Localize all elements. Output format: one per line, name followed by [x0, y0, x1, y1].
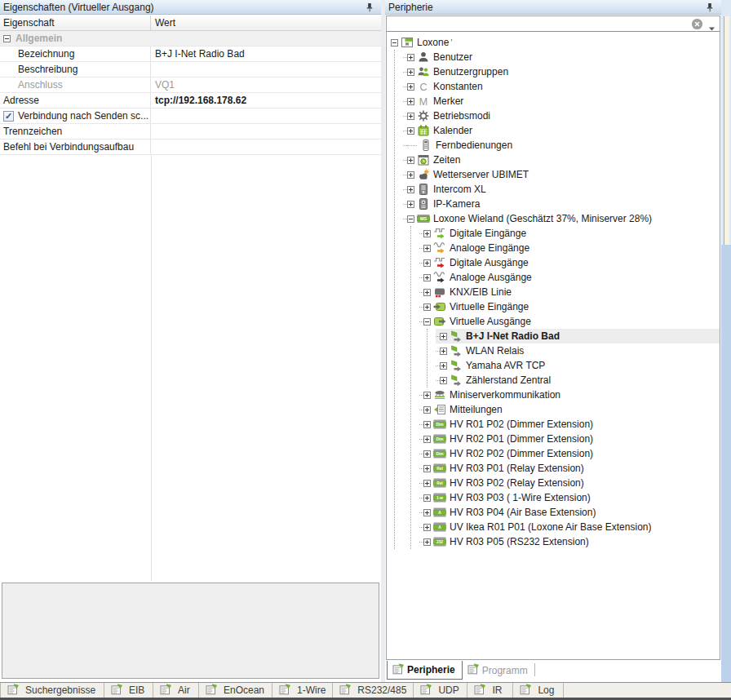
- tree-item[interactable]: Miniserverkommunikation: [419, 388, 720, 402]
- property-row[interactable]: AnschlussVQ1: [0, 78, 381, 93]
- tree-item[interactable]: 232HV R03 P05 (RS232 Extension): [419, 534, 720, 549]
- property-value[interactable]: [151, 124, 381, 139]
- panel-tab-programm[interactable]: Programm: [463, 661, 534, 680]
- dock-tab-suchergebnisse[interactable]: Suchergebnisse: [0, 683, 104, 698]
- expand-toggle[interactable]: [407, 113, 414, 120]
- column-property[interactable]: Eigenschaft: [0, 16, 151, 30]
- tree-item[interactable]: AHV R03 P04 (Air Base Extension): [419, 505, 720, 520]
- property-row[interactable]: Trennzeichen: [0, 124, 381, 140]
- expand-toggle[interactable]: [423, 392, 431, 399]
- expand-toggle[interactable]: [440, 333, 447, 340]
- collapse-toggle[interactable]: [3, 35, 11, 42]
- tree-item[interactable]: Virtuelle Ausgänge: [419, 314, 720, 329]
- tree-item[interactable]: Analoge Ausgänge: [419, 270, 720, 285]
- tree-item[interactable]: Benutzergruppen: [403, 64, 720, 79]
- expand-toggle[interactable]: [423, 524, 431, 531]
- property-value[interactable]: [151, 109, 381, 123]
- tree-item[interactable]: RelHV R03 P02 (Relay Extension): [419, 476, 720, 490]
- tree-item[interactable]: Benutzer: [403, 50, 720, 64]
- expand-toggle[interactable]: [407, 69, 414, 76]
- collapse-toggle[interactable]: [423, 318, 431, 326]
- dock-tab-eib[interactable]: EIB: [104, 683, 153, 698]
- expand-toggle[interactable]: [423, 450, 431, 458]
- checkbox[interactable]: ✓: [3, 111, 14, 122]
- collapse-toggle[interactable]: [391, 39, 398, 47]
- property-value[interactable]: [151, 140, 381, 154]
- tree-item[interactable]: CKonstanten: [403, 79, 720, 94]
- expand-toggle[interactable]: [440, 377, 447, 384]
- property-row[interactable]: BezeichnungB+J I-Net Radio Bad: [0, 47, 381, 62]
- expand-toggle[interactable]: [423, 303, 431, 311]
- collapse-toggle[interactable]: [407, 215, 414, 223]
- dock-tab-rs232-485[interactable]: RS232/485: [333, 683, 414, 698]
- dock-tab-air[interactable]: Air: [153, 683, 199, 698]
- expand-toggle[interactable]: [440, 362, 447, 370]
- expand-toggle[interactable]: [407, 186, 414, 193]
- tree-item[interactable]: 1-wHV R03 P03 ( 1-Wire Extension): [419, 490, 720, 505]
- property-value[interactable]: B+J I-Net Radio Bad: [151, 47, 381, 61]
- dock-tab-udp[interactable]: UDP: [414, 683, 467, 698]
- property-row[interactable]: Befehl bei Verbindungsaufbau: [0, 140, 381, 155]
- tree-item[interactable]: DimHV R02 P01 (Dimmer Extension): [419, 432, 720, 446]
- expand-toggle[interactable]: [423, 406, 431, 414]
- tree-item[interactable]: Analoge Eingänge: [419, 241, 720, 255]
- tree-item[interactable]: Digitale Eingänge: [419, 226, 720, 241]
- tree-item[interactable]: Virtuelle Eingänge: [419, 299, 720, 314]
- expand-toggle[interactable]: [423, 436, 431, 443]
- expand-toggle[interactable]: [407, 98, 414, 105]
- tree-item[interactable]: Yamaha AVR TCP: [436, 358, 720, 373]
- dock-tab-enocean[interactable]: EnOcean: [199, 683, 272, 698]
- tree-item[interactable]: MMerker: [403, 94, 720, 109]
- tree-item[interactable]: DimHV R02 P02 (Dimmer Extension): [419, 446, 720, 461]
- tree-item[interactable]: WLAN Relais: [436, 343, 720, 358]
- chevron-down-icon[interactable]: [708, 20, 716, 27]
- column-value[interactable]: Wert: [151, 17, 175, 29]
- property-value[interactable]: VQ1: [151, 78, 381, 92]
- tree-item[interactable]: Loxone': [391, 35, 720, 50]
- expand-toggle[interactable]: [440, 348, 447, 355]
- dock-tab-ir[interactable]: IR: [467, 683, 513, 698]
- tree-item[interactable]: AUV Ikea R01 P01 (Loxone Air Base Extens…: [419, 520, 720, 534]
- tree-item[interactable]: Intercom XL: [403, 182, 720, 197]
- expand-toggle[interactable]: [407, 157, 414, 164]
- tree-item[interactable]: Fernbedienungen: [403, 138, 720, 153]
- tree-item[interactable]: Kalender: [403, 123, 720, 138]
- search-input[interactable]: [390, 17, 691, 30]
- tree-item[interactable]: Mitteilungen: [419, 402, 720, 417]
- property-row[interactable]: Adressetcp://192.168.178.62: [0, 93, 381, 109]
- expand-toggle[interactable]: [407, 171, 414, 179]
- tree-item[interactable]: Betriebsmodi: [403, 109, 720, 123]
- tree-item[interactable]: B+J I-Net Radio Bad: [436, 329, 720, 343]
- expand-toggle[interactable]: [423, 289, 431, 296]
- property-value[interactable]: tcp://192.168.178.62: [151, 93, 381, 108]
- expand-toggle[interactable]: [407, 127, 414, 135]
- tree-item[interactable]: DimHV R01 P02 (Dimmer Extension): [419, 417, 720, 432]
- tree-item[interactable]: Digitale Ausgänge: [419, 255, 720, 270]
- expand-toggle[interactable]: [407, 83, 414, 91]
- expand-toggle[interactable]: [423, 274, 431, 281]
- group-row-allgemein[interactable]: Allgemein: [0, 31, 381, 47]
- expand-toggle[interactable]: [423, 465, 431, 472]
- expand-toggle[interactable]: [407, 201, 414, 208]
- property-value[interactable]: [151, 62, 381, 77]
- expand-toggle[interactable]: [423, 230, 431, 237]
- property-row[interactable]: ✓Verbindung nach Senden sc...: [0, 109, 381, 124]
- tree-item[interactable]: Wetterserver UBIMET: [403, 167, 720, 182]
- clear-search-icon[interactable]: [691, 18, 703, 30]
- pin-icon[interactable]: [705, 2, 715, 12]
- panel-tab-peripherie[interactable]: Peripherie: [387, 661, 463, 680]
- expand-toggle[interactable]: [423, 480, 431, 487]
- tree-item[interactable]: KNX/EIB Linie: [419, 285, 720, 299]
- tree-item[interactable]: IP-Kamera: [403, 197, 720, 211]
- expand-toggle[interactable]: [423, 259, 431, 267]
- tree-item[interactable]: Zählerstand Zentral: [436, 373, 720, 388]
- tree-item[interactable]: MSLoxone Wieland (Geschätzt 37%, Miniser…: [403, 211, 720, 226]
- tree-item[interactable]: Zeiten: [403, 153, 720, 167]
- expand-toggle[interactable]: [423, 245, 431, 252]
- expand-toggle[interactable]: [423, 538, 431, 546]
- dock-tab-log[interactable]: Log: [513, 683, 564, 698]
- property-row[interactable]: Beschreibung: [0, 62, 381, 78]
- expand-toggle[interactable]: [423, 494, 431, 502]
- tree-item[interactable]: RelHV R03 P01 (Relay Extension): [419, 461, 720, 476]
- dock-tab-1-wire[interactable]: 1-Wire: [272, 683, 333, 698]
